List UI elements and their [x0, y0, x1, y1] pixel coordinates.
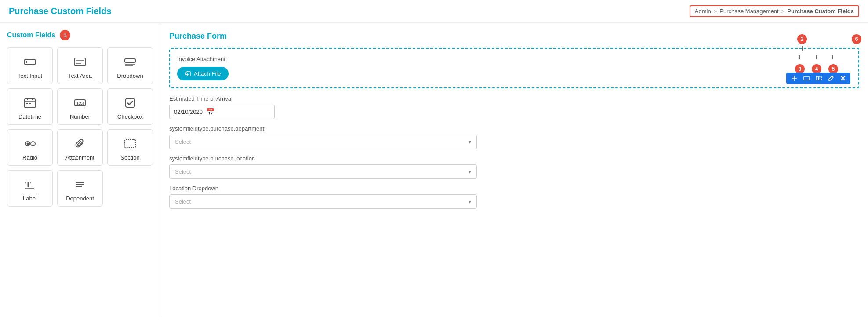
checkbox-icon [124, 96, 136, 110]
breadcrumb: Admin > Purchase Management > Purchase C… [690, 5, 859, 17]
department-label: systemfieldtype.purchase.department [169, 125, 859, 132]
svg-rect-33 [819, 76, 822, 80]
sidebar-header: Custom Fields 1 [7, 30, 153, 40]
field-item-text-input[interactable]: Text Input [7, 47, 53, 84]
department-select[interactable]: Select ▾ [169, 135, 477, 149]
breadcrumb-purchase-management: Purchase Management [719, 8, 778, 15]
svg-text:123: 123 [76, 101, 84, 106]
svg-rect-21 [125, 140, 135, 148]
svg-text:T: T [25, 180, 31, 189]
field-item-label[interactable]: T Label [7, 170, 53, 207]
calendar-icon: 📅 [206, 108, 215, 116]
eta-field: Estimated Time of Arrival 02/10/2020 📅 [169, 95, 859, 119]
field-item-dropdown[interactable]: Dropdown [107, 47, 153, 84]
location-field: systemfieldtype.purchase.location Select… [169, 155, 859, 179]
field-toolbar [786, 73, 850, 84]
toolbar-halfwidth-btn[interactable] [814, 74, 824, 82]
field-label-attachment: Attachment [65, 154, 94, 161]
location-dropdown-chevron-icon: ▾ [469, 199, 471, 205]
svg-rect-32 [816, 76, 819, 80]
breadcrumb-sep1: > [714, 8, 717, 15]
location-placeholder: Select [175, 168, 191, 175]
field-item-checkbox[interactable]: Checkbox [107, 88, 153, 125]
location-dropdown-label: Location Dropdown [169, 185, 859, 192]
field-item-radio[interactable]: Radio [7, 129, 53, 166]
dependent-icon [74, 178, 86, 192]
page-title: Purchase Custom Fields [9, 6, 111, 16]
attachment-icon [74, 137, 86, 151]
field-item-datetime[interactable]: Datetime [7, 88, 53, 125]
text-area-icon [74, 55, 86, 69]
field-label-dependent: Dependent [66, 195, 94, 202]
section-icon [124, 137, 136, 151]
toolbar-edit-btn[interactable] [826, 74, 836, 82]
eta-date-value: 02/10/2020 [174, 109, 203, 115]
location-chevron-icon: ▾ [469, 169, 471, 175]
dropdown-icon [124, 55, 136, 69]
field-label-checkbox: Checkbox [117, 113, 143, 120]
field-item-attachment[interactable]: Attachment [57, 129, 103, 166]
content-title: Purchase Form [169, 32, 859, 41]
svg-point-20 [31, 142, 35, 146]
badge-6: 6 [852, 34, 861, 44]
field-label-label: Label [23, 195, 37, 202]
svg-rect-31 [804, 76, 809, 80]
field-label-number: Number [70, 113, 90, 120]
location-dropdown-field: Location Dropdown Select ▾ [169, 185, 859, 209]
svg-rect-17 [126, 98, 134, 107]
sidebar: Custom Fields 1 Text Input [0, 23, 160, 319]
field-label-radio: Radio [22, 154, 37, 161]
svg-rect-14 [29, 103, 31, 104]
breadcrumb-active: Purchase Custom Fields [787, 8, 854, 15]
field-item-number[interactable]: 123 Number [57, 88, 103, 125]
eta-date-input[interactable]: 02/10/2020 📅 [169, 105, 275, 119]
toolbar-fullwidth-btn[interactable] [801, 74, 812, 82]
field-label-section: Section [120, 154, 139, 161]
breadcrumb-admin: Admin [695, 8, 711, 15]
eta-label: Estimated Time of Arrival [169, 95, 859, 102]
svg-rect-6 [125, 59, 135, 62]
label-icon: T [24, 178, 36, 192]
field-label-datetime: Datetime [18, 113, 41, 120]
toolbar-close-btn[interactable] [838, 75, 848, 82]
location-select[interactable]: Select ▾ [169, 164, 477, 179]
location-dropdown-select[interactable]: Select ▾ [169, 194, 477, 209]
attach-file-button[interactable]: Attach File [177, 67, 229, 80]
location-label: systemfieldtype.purchase.location [169, 155, 859, 162]
invoice-attachment-label: Invoice Attachment [177, 56, 851, 62]
invoice-attachment-section: Invoice Attachment Attach File [169, 48, 859, 88]
content-area: Purchase Form 2 6 [160, 23, 868, 319]
field-item-text-area[interactable]: Text Area [57, 47, 103, 84]
main-layout: Custom Fields 1 Text Input [0, 23, 868, 319]
svg-point-19 [27, 143, 29, 145]
department-field: systemfieldtype.purchase.department Sele… [169, 125, 859, 149]
field-label-dropdown: Dropdown [117, 73, 143, 79]
custom-fields-badge: 1 [60, 30, 70, 40]
radio-icon [24, 137, 36, 151]
field-label-text-input: Text Input [18, 73, 42, 79]
badge-2: 2 [797, 34, 807, 44]
datetime-icon [24, 96, 36, 110]
field-item-section[interactable]: Section [107, 129, 153, 166]
text-input-icon [24, 55, 36, 69]
toolbar-move-btn[interactable] [789, 74, 799, 82]
field-item-dependent[interactable]: Dependent [57, 170, 103, 207]
location-dropdown-placeholder: Select [175, 198, 191, 205]
header: Purchase Custom Fields Admin > Purchase … [0, 0, 868, 23]
field-grid: Text Input Text Area [7, 47, 153, 207]
field-label-text-area: Text Area [68, 73, 92, 79]
number-icon: 123 [74, 96, 86, 110]
breadcrumb-sep2: > [781, 8, 785, 15]
attach-file-label: Attach File [194, 70, 221, 77]
svg-rect-13 [26, 103, 28, 104]
department-chevron-icon: ▾ [469, 139, 471, 145]
sidebar-title: Custom Fields [7, 31, 55, 39]
department-placeholder: Select [175, 138, 191, 145]
